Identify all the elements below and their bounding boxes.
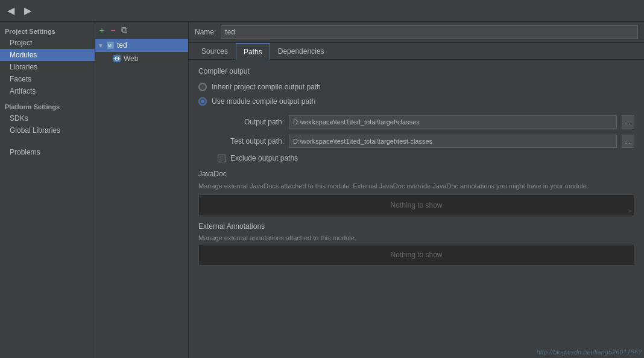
watermark: http://blog.csdn.net/liang52601156?: [537, 348, 642, 356]
sidebar-item-modules[interactable]: Modules: [0, 49, 95, 61]
module-label-ted: ted: [117, 41, 127, 50]
tab-dependencies[interactable]: Dependencies: [270, 43, 332, 60]
output-path-row: Output path: ...: [198, 115, 634, 129]
module-tree-item-web[interactable]: Web: [95, 52, 188, 65]
tab-sources[interactable]: Sources: [194, 43, 236, 60]
sidebar-item-libraries[interactable]: Libraries: [0, 61, 95, 73]
tree-expand-arrow: ▼: [98, 42, 104, 49]
main-area: Project Settings Project Modules Librari…: [0, 22, 644, 358]
name-input[interactable]: [221, 25, 638, 39]
module-label-web: Web: [124, 54, 138, 63]
svg-text:M: M: [108, 43, 112, 48]
toolbar: ◀ ▶: [0, 0, 644, 22]
javadoc-section: JavaDoc Manage external JavaDocs attache…: [198, 170, 634, 216]
ext-annotations-description: Manage external annotations attached to …: [198, 234, 634, 241]
exclude-output-checkbox[interactable]: [218, 155, 226, 162]
web-facet-icon: [112, 54, 122, 63]
name-label: Name:: [195, 28, 216, 36]
use-module-option-row[interactable]: Use module compile output path: [198, 97, 634, 106]
javadoc-title: JavaDoc: [198, 170, 634, 178]
output-path-browse-button[interactable]: ...: [622, 115, 634, 129]
sidebar-item-facets[interactable]: Facets: [0, 73, 95, 85]
output-path-input[interactable]: [289, 115, 617, 129]
javadoc-scroll-arrow: »: [628, 208, 631, 214]
forward-button[interactable]: ▶: [22, 4, 34, 18]
test-output-path-row: Test output path: ...: [198, 135, 634, 148]
inherit-option-label: Inherit project compile output path: [212, 83, 321, 91]
sidebar-item-artifacts[interactable]: Artifacts: [0, 85, 95, 97]
use-module-radio[interactable]: [198, 97, 207, 106]
inherit-radio[interactable]: [198, 83, 207, 91]
sidebar-item-sdks[interactable]: SDKs: [0, 112, 95, 124]
ext-annotations-nothing-box: Nothing to show: [198, 244, 634, 266]
content-area: Name: Sources Paths Dependencies Compile…: [189, 22, 644, 358]
remove-module-button[interactable]: −: [109, 25, 117, 36]
test-output-browse-button[interactable]: ...: [622, 135, 634, 148]
use-module-option-label: Use module compile output path: [212, 97, 315, 106]
module-tree-toolbar: + − ⧉: [95, 22, 188, 39]
add-module-button[interactable]: +: [98, 25, 106, 36]
sidebar-item-problems[interactable]: Problems: [0, 146, 95, 158]
module-tree: + − ⧉ ▼ M ted: [95, 22, 189, 358]
ext-annotations-title: External Annotations: [198, 222, 634, 231]
module-icon: M: [106, 40, 115, 50]
back-button[interactable]: ◀: [5, 4, 17, 18]
external-annotations-section: External Annotations Manage external ann…: [198, 222, 634, 266]
ext-annotations-nothing-label: Nothing to show: [390, 251, 442, 259]
tab-paths[interactable]: Paths: [236, 43, 270, 60]
module-tree-item-ted[interactable]: ▼ M ted: [95, 39, 188, 52]
output-path-label: Output path:: [218, 118, 284, 126]
name-bar: Name:: [189, 22, 644, 43]
platform-settings-header: Platform Settings: [0, 97, 95, 112]
javadoc-nothing-label: Nothing to show: [390, 201, 442, 209]
paths-panel: Compiler output Inherit project compile …: [189, 60, 644, 358]
copy-module-button[interactable]: ⧉: [119, 24, 129, 36]
compiler-output-options: Inherit project compile output path Use …: [198, 83, 634, 106]
exclude-output-paths-row: Exclude output paths: [198, 154, 634, 162]
exclude-output-label: Exclude output paths: [230, 154, 298, 162]
sidebar: Project Settings Project Modules Librari…: [0, 22, 95, 358]
test-output-path-input[interactable]: [289, 135, 617, 148]
test-output-path-label: Test output path:: [218, 137, 284, 145]
tab-bar: Sources Paths Dependencies: [189, 43, 644, 60]
javadoc-nothing-box: Nothing to show »: [198, 194, 634, 216]
project-settings-header: Project Settings: [0, 24, 95, 37]
sidebar-item-project[interactable]: Project: [0, 37, 95, 49]
sidebar-item-global-libraries[interactable]: Global Libraries: [0, 124, 95, 136]
compiler-output-title: Compiler output: [198, 67, 634, 75]
inherit-option-row[interactable]: Inherit project compile output path: [198, 83, 634, 91]
javadoc-description: Manage external JavaDocs attached to thi…: [198, 182, 634, 191]
